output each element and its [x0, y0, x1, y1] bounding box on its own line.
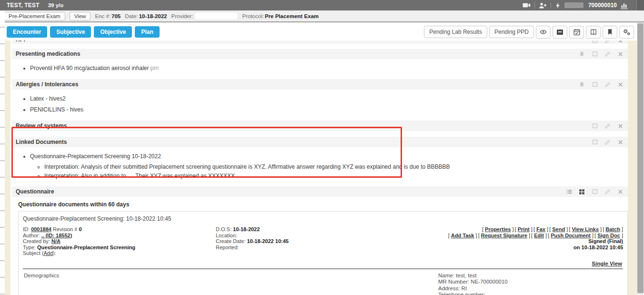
lightning-bolt-icon[interactable] — [555, 2, 561, 9]
list-item: Latex - hives2 — [30, 95, 628, 102]
close-icon[interactable] — [614, 122, 626, 130]
pencil-icon[interactable] — [602, 41, 614, 44]
pencil-icon[interactable] — [602, 138, 614, 146]
patient-name: TEST, TEST — [7, 2, 40, 9]
nav-subjective-button[interactable]: Subjective — [50, 26, 91, 38]
scrollbar-thumb[interactable] — [637, 23, 644, 293]
archive-box-icon-button[interactable] — [553, 26, 567, 39]
action-request-signature[interactable]: Request Signature — [478, 233, 530, 238]
revision-label: Revision # — [53, 226, 77, 232]
provider-input[interactable] — [194, 12, 238, 20]
section-review-of-systems-header[interactable]: Review of systems — [12, 121, 628, 131]
hpi-header-icons — [589, 41, 626, 44]
linked-document-item[interactable]: Questionnaire-Preplacement Screening 10-… — [30, 153, 628, 179]
add-person-icon[interactable] — [539, 2, 547, 9]
patient-titlebar: TEST, TEST 39 y/o 700000010 — [0, 0, 644, 10]
encounter-bar: Pre-Placement Exam View Enc #: 705 Date:… — [0, 10, 644, 22]
video-camera-icon[interactable] — [523, 2, 531, 9]
document-info-middle: D.O.S: 10-18-2022 Location: Create Date:… — [216, 226, 413, 256]
enc-number-label: Enc #: — [95, 13, 111, 19]
list-item: PENICILLINS - hives — [30, 106, 628, 113]
action-add-task[interactable]: Add Task — [448, 233, 477, 238]
book-icon[interactable] — [589, 41, 601, 44]
action-push-document[interactable]: Push Document — [548, 233, 594, 238]
interpretation-item: Interpretation: Analysis of their submit… — [44, 163, 628, 170]
subject-add-link[interactable]: Add — [43, 250, 53, 256]
nav-plan-button[interactable]: Plan — [135, 26, 159, 38]
close-icon[interactable] — [614, 41, 626, 44]
section-questionnaire-header[interactable]: Questionnaire — [12, 186, 628, 197]
pencil-icon[interactable] — [602, 122, 614, 130]
book-icon-button[interactable] — [586, 26, 601, 39]
section-linked-documents-header[interactable]: Linked Documents — [12, 137, 628, 147]
settings-gears-icon-button[interactable] — [619, 26, 634, 39]
action-view-links[interactable]: View Links — [569, 226, 602, 232]
enc-date-value: 10-18-2022 — [139, 13, 167, 19]
section-hpi-header-clipped[interactable]: HPI — [12, 41, 628, 44]
growth-chart-icon[interactable] — [621, 2, 628, 9]
created-by-link[interactable]: N/A — [51, 238, 60, 244]
ehr-window: TEST, TEST 39 y/o 700000010 Pre-Placemen… — [0, 0, 644, 295]
demographic-field: Telephone number: — [438, 292, 508, 295]
book-icon[interactable] — [589, 187, 601, 196]
bookmark-icon[interactable] — [576, 50, 588, 58]
titlebar-actions: 700000010 — [523, 2, 640, 9]
book-icon[interactable] — [589, 50, 601, 58]
pencil-icon[interactable] — [602, 50, 614, 58]
created-by-label: Created by: — [23, 238, 50, 244]
pending-lab-results-button[interactable]: Pending Lab Results — [424, 26, 487, 38]
medication-name: Proventil HFA 90 mcg/actuation aerosol i… — [30, 65, 149, 71]
exam-type-button[interactable]: Pre-Placement Exam — [4, 12, 65, 20]
book-icon[interactable] — [589, 138, 601, 146]
allergy-list: Latex - hives2 PENICILLINS - hives — [12, 95, 628, 113]
create-date-label: Create Date: — [216, 238, 245, 244]
nav-encounter-button[interactable]: Encounter — [7, 26, 47, 38]
close-icon[interactable] — [614, 138, 626, 146]
action-properties[interactable]: Properties — [482, 226, 514, 232]
single-view-link[interactable]: Single View — [592, 261, 622, 266]
section-title-hpi: HPI — [16, 41, 25, 43]
author-link[interactable]: .. (ID: 18552) — [41, 233, 72, 238]
vertical-scrollbar[interactable] — [637, 22, 644, 295]
action-batch[interactable]: Batch — [603, 226, 623, 232]
action-print[interactable]: Print — [515, 226, 533, 232]
document-actions-row1: PropertiesPrintFaxSendView LinksBatch — [413, 226, 623, 233]
patient-age: 39 y/o — [48, 2, 64, 8]
document-actions: PropertiesPrintFaxSendView LinksBatch Ad… — [413, 226, 623, 256]
author-label: Author: — [23, 233, 40, 238]
action-edit[interactable]: Edit — [531, 233, 547, 238]
action-send[interactable]: Send — [549, 226, 568, 232]
nav-objective-button[interactable]: Objective — [94, 26, 132, 38]
single-view-row: Single View — [23, 261, 623, 266]
subject-suffix: ): — [53, 250, 56, 256]
close-icon[interactable] — [614, 80, 626, 89]
section-allergies-header[interactable]: Allergies / Intolerances — [12, 79, 628, 90]
bookmark-icon-button[interactable] — [603, 26, 617, 39]
book-icon[interactable] — [589, 80, 601, 89]
section-header-icons — [589, 138, 626, 146]
document-info-left: ID: 0001884 Revision # 0 Author: .. (ID:… — [23, 226, 216, 256]
section-presenting-medications-header[interactable]: Presenting medications — [12, 49, 628, 59]
book-icon[interactable] — [589, 122, 601, 130]
list-view-icon[interactable] — [563, 187, 575, 196]
close-icon[interactable] — [614, 50, 626, 58]
bookmark-icon[interactable] — [576, 80, 588, 89]
calendar-check-icon-button[interactable] — [569, 26, 584, 39]
section-header-icons — [563, 187, 626, 196]
pencil-icon[interactable] — [602, 187, 614, 196]
action-fax[interactable]: Fax — [533, 226, 548, 232]
interpretation-list: Interpretation: Analysis of their submit… — [30, 163, 628, 179]
revision-value: 0 — [79, 226, 81, 232]
provider-label: Provider: — [171, 13, 193, 19]
grid-view-icon[interactable] — [576, 187, 588, 196]
close-icon[interactable] — [614, 187, 626, 196]
action-sign-doc[interactable]: Sign Doc — [594, 233, 623, 238]
document-id-link[interactable]: 0001884 — [31, 226, 51, 232]
create-date-value: 10-18-2022 10:45 — [247, 238, 288, 244]
eye-icon-button[interactable] — [536, 26, 551, 39]
pending-ppd-button[interactable]: Pending PPD — [489, 26, 534, 38]
view-button[interactable]: View — [70, 12, 91, 20]
location-label: Location: — [216, 233, 237, 238]
protocol-label: Protocol: — [242, 13, 264, 19]
pencil-icon[interactable] — [602, 80, 614, 89]
